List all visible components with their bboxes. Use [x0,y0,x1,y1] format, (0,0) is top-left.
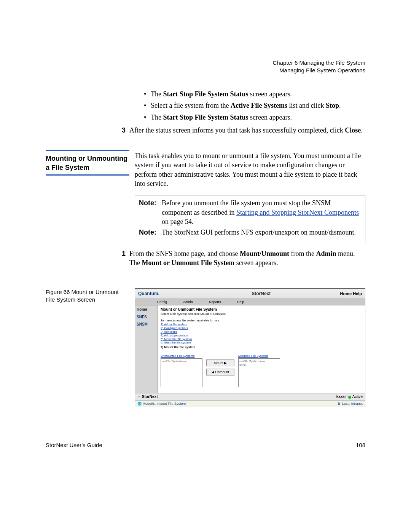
menu-config[interactable]: Config [157,300,167,304]
step-text: From the SNFS home page, and choose Moun… [129,249,365,268]
unmounted-list-group: Unmounted File Systems ----File Systems-… [161,354,202,387]
footer-brand: ☀ StorNext [137,394,158,399]
app-title: StorNext [182,291,340,297]
footer-bar: ☀ StorNext kazar Active [135,393,365,400]
setup-steps-block: To make a new file system available for … [161,319,362,350]
note-text: Before you unmount the file system you m… [162,198,361,226]
step-current-mount: 7) Mount the file system [161,345,195,349]
steps-intro: To make a new file system available for … [161,319,362,323]
panel-subtitle: Select a file system and click Mount or … [161,312,362,316]
footer-guide-name: StorNext User's Guide [46,441,102,449]
footer-status-group: kazar Active [336,394,363,399]
mounted-listbox[interactable]: ----File Systems---- snfs1 [238,358,280,387]
chapter-header: Chapter 6 Managing the File System Manag… [273,59,365,74]
mount-button[interactable]: Mount ▶ [206,359,234,366]
page-footer: StorNext User's Guide 108 [46,441,365,449]
brand-logo: Quantum. [138,291,159,297]
unmounted-list-label: Unmounted File Systems [161,354,202,358]
step-link-add-fs[interactable]: 1) Add a file system [161,323,362,326]
step-text: After the status screen informs you that… [129,126,363,135]
step-number: 3 [122,126,129,135]
step-link-add-disks[interactable]: 3) Add disks [161,330,362,334]
note-row: Note: Before you unmount the file system… [139,198,361,226]
header-home-help-links[interactable]: Home Help [340,291,362,297]
note-box: Note: Before you unmount the file system… [135,195,365,242]
bullet-list: • The Start Stop File System Status scre… [129,89,365,122]
bullet-text: Select a file system from the Active Fil… [151,101,341,110]
step-link-configure[interactable]: 2) Configure globals [161,326,362,330]
list-item[interactable]: snfs1 [239,363,247,367]
bullet-item: • The Start Stop File System Status scre… [144,113,365,122]
app-header-bar: Quantum. StorNext Home Help [135,289,365,299]
bullet-text: The Start Stop File System Status screen… [151,113,292,122]
main-panel: Mount or Unmount File System Select a fi… [158,305,365,393]
cross-ref-link[interactable]: Starting and Stopping StorNext Component… [236,209,359,216]
step-number: 1 [122,249,129,268]
chapter-line-2: Managing File System Operations [273,67,365,74]
menu-reports[interactable]: Reports [209,300,221,304]
menu-bar: Config Admin Reports Help [135,299,365,305]
sidebar-item-snsm[interactable]: SNSM [137,322,156,327]
side-nav: Home SNFS SNSM [135,305,158,393]
list-placeholder: ----File Systems---- [162,359,187,363]
sidebar-item-home[interactable]: Home [137,307,156,312]
note-row: Note: The StorNext GUI performs NFS expo… [139,228,361,237]
unmount-button[interactable]: ◀ Unmount [206,369,234,375]
note-label: Note: [139,228,162,237]
mounted-list-label: Mounted File Systems [238,354,280,358]
note-text: The StorNext GUI performs NFS export/une… [162,228,356,237]
browser-status-bar: 🌐 Mount/Unmount File System 🖥 Local intr… [135,400,365,407]
bullet-dot-icon: • [144,113,151,122]
bullet-item: • Select a file system from the Active F… [144,101,365,110]
menu-admin[interactable]: Admin [183,300,193,304]
menu-help[interactable]: Help [237,300,244,304]
status-dot-icon [348,396,351,399]
step-link-start-fs[interactable]: 6) Start the file system [161,341,362,345]
step-link-add-stripe[interactable]: 4) Add stripe groups [161,334,362,337]
bullet-item: • The Start Stop File System Status scre… [144,89,365,99]
footer-host: kazar [336,395,346,399]
numbered-step: 3 After the status screen informs you th… [122,126,365,135]
mounted-list-group: Mounted File Systems ----File Systems---… [238,354,280,387]
figure-caption: Figure 66 Mount or Unmount File System S… [46,288,129,303]
panel-title: Mount or Unmount File System [161,307,362,312]
bullet-dot-icon: • [144,101,151,110]
intro-paragraph: This task enables you to mount or unmoun… [135,151,365,188]
status-right: 🖥 Local intranet [338,401,363,406]
section-heading: Mounting or Unmounting a File System [46,153,129,176]
status-left: 🌐 Mount/Unmount File System [137,401,186,406]
numbered-step: 1 From the SNFS home page, and choose Mo… [122,249,365,268]
screenshot-mount-unmount: Quantum. StorNext Home Help Config Admin… [135,288,365,407]
bullet-dot-icon: • [144,89,151,99]
sidebar-item-snfs[interactable]: SNFS [137,315,156,320]
chapter-line-1: Chapter 6 Managing the File System [273,59,365,67]
unmounted-listbox[interactable]: ----File Systems---- [161,358,202,387]
note-label: Note: [139,198,162,226]
bullet-text: The Start Stop File System Status screen… [151,89,292,99]
list-placeholder: ----File Systems---- [239,359,265,363]
footer-page-number: 108 [356,441,365,449]
step-link-make-fs[interactable]: 5) Make the file system [161,337,362,341]
footer-state: Active [352,395,363,399]
